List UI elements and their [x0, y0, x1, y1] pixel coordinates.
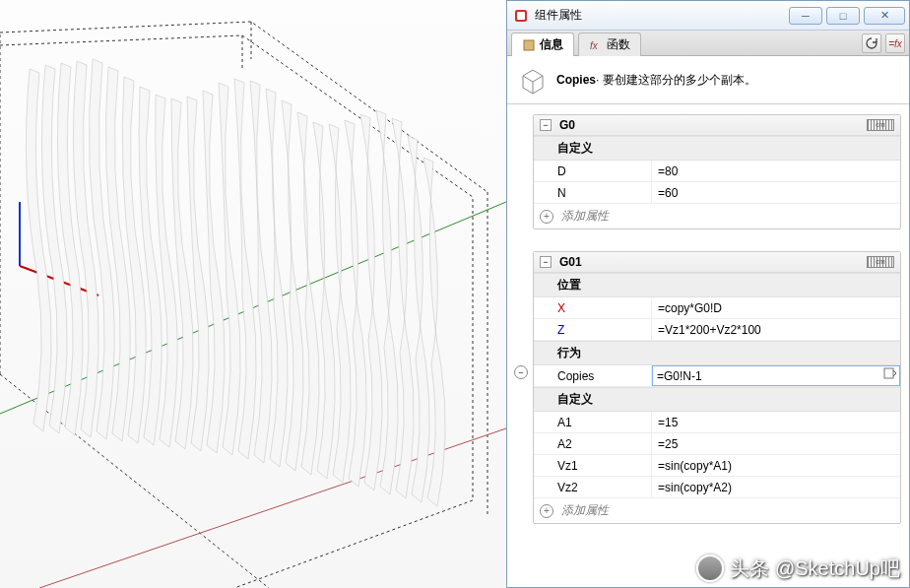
- attr-val[interactable]: =25: [652, 433, 900, 454]
- attr-val[interactable]: =copy*G0!D: [652, 297, 900, 318]
- attr-key[interactable]: A2: [534, 433, 652, 454]
- section-position: 位置: [534, 273, 900, 297]
- attr-key-z[interactable]: Z: [534, 319, 652, 340]
- tab-functions-label: 函数: [607, 36, 630, 53]
- section-custom: 自定义: [534, 136, 900, 161]
- attr-key[interactable]: Vz1: [534, 455, 652, 476]
- group-g0-name: G0: [559, 118, 867, 132]
- close-button[interactable]: ✕: [864, 7, 905, 25]
- collapse-toggle[interactable]: −: [540, 119, 552, 131]
- info-icon: [522, 38, 536, 52]
- row-details-button[interactable]: −: [514, 365, 528, 379]
- functions-icon: fx: [589, 38, 603, 52]
- attr-val[interactable]: =sin(copy*A2): [652, 477, 900, 497]
- svg-rect-6: [524, 40, 534, 50]
- sketchup-icon: [513, 8, 529, 24]
- menu-icon[interactable]: [882, 365, 898, 381]
- attr-key[interactable]: A1: [534, 412, 652, 432]
- add-attribute-label[interactable]: 添加属性: [561, 208, 609, 225]
- attr-val-input[interactable]: [652, 365, 900, 386]
- minimize-button[interactable]: ─: [789, 7, 822, 25]
- unit-indicator[interactable]: cm: [867, 119, 894, 131]
- attr-key[interactable]: D: [534, 161, 652, 181]
- tab-info[interactable]: 信息: [511, 33, 574, 56]
- attr-name: Copies: [556, 73, 596, 87]
- attr-key-x[interactable]: X: [534, 297, 652, 318]
- attr-val[interactable]: =sin(copy*A1): [652, 455, 900, 476]
- component-icon: [517, 64, 549, 96]
- collapse-toggle[interactable]: −: [540, 256, 552, 268]
- tab-bar: 信息 fx 函数 =fx: [507, 31, 909, 56]
- unit-indicator[interactable]: cm: [867, 256, 894, 268]
- attr-val[interactable]: =15: [652, 412, 900, 432]
- attr-val[interactable]: =60: [652, 182, 900, 203]
- component-properties-panel: 组件属性 ─ □ ✕ 信息 fx 函数 =fx Copies· 要创建这部分的多…: [506, 0, 910, 588]
- attr-desc: · 要创建这部分的多少个副本。: [596, 73, 756, 87]
- tab-functions[interactable]: fx 函数: [578, 33, 641, 56]
- section-behavior: 行为: [534, 341, 900, 365]
- group-g0: − G0 cm 自定义 D=80 N=60 +添加属性: [533, 114, 901, 229]
- svg-rect-10: [884, 368, 893, 378]
- attribute-description: Copies· 要创建这部分的多少个副本。: [507, 56, 909, 104]
- tab-info-label: 信息: [540, 36, 563, 53]
- section-custom: 自定义: [534, 387, 900, 412]
- attr-val[interactable]: =80: [652, 161, 900, 181]
- refresh-button[interactable]: [862, 33, 881, 53]
- titlebar[interactable]: 组件属性 ─ □ ✕: [507, 1, 909, 31]
- svg-text:fx: fx: [590, 40, 599, 51]
- attributes-body[interactable]: − G0 cm 自定义 D=80 N=60 +添加属性 − G01 cm 位置 …: [507, 104, 909, 587]
- maximize-button[interactable]: □: [826, 7, 860, 25]
- window-title: 组件属性: [535, 7, 789, 24]
- 3d-viewport[interactable]: [0, 0, 506, 588]
- group-g01-name: G01: [559, 255, 867, 269]
- group-g01: − G01 cm 位置 X=copy*G0!D Z=Vz1*200+Vz2*10…: [533, 251, 901, 524]
- toggle-formula-button[interactable]: =fx: [885, 33, 905, 53]
- attr-key-copies[interactable]: Copies: [534, 365, 652, 386]
- attr-key[interactable]: N: [534, 182, 652, 203]
- add-attribute-button[interactable]: +: [540, 210, 553, 224]
- svg-rect-5: [517, 12, 525, 20]
- add-attribute-button[interactable]: +: [540, 504, 553, 518]
- attr-key[interactable]: Vz2: [534, 477, 652, 497]
- attr-val[interactable]: =Vz1*200+Vz2*100: [652, 319, 900, 340]
- add-attribute-label[interactable]: 添加属性: [561, 502, 609, 519]
